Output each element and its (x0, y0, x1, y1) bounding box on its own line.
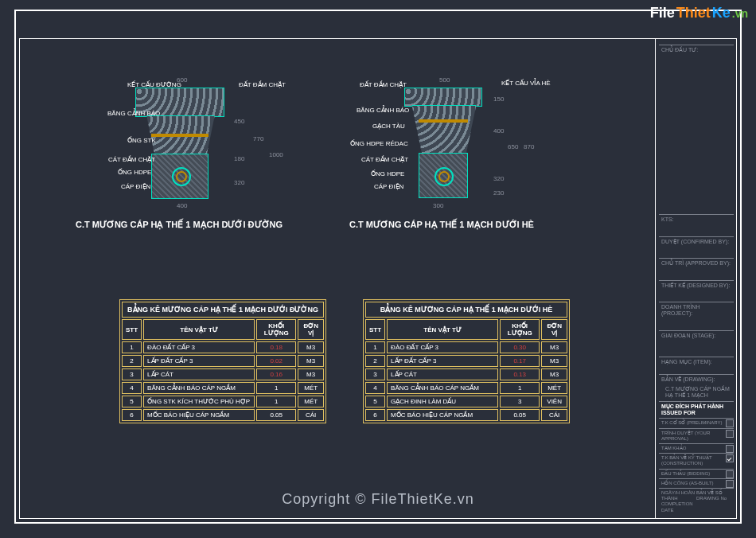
checklist-item: TRÌNH DUYỆT (YOUR APPROVAL) (659, 428, 734, 443)
cable2 (438, 171, 450, 182)
table-row: 2LẤP ĐẤT CẤP 30.17M3 (365, 355, 567, 367)
bom-table-road: BẢNG KÊ MƯƠNG CÁP HẠ THẾ 1 MẠCH DƯỚI ĐƯỜ… (119, 299, 326, 423)
watermark-footer: Copyright © FileThietKe.vn (0, 491, 756, 508)
label2-capdien: CÁP ĐIỆN (374, 183, 403, 190)
table1-title: BẢNG KÊ MƯƠNG CÁP HẠ THẾ 1 MẠCH DƯỚI ĐƯỜ… (122, 302, 324, 318)
th-ten: TÊN VẬT TƯ (143, 319, 255, 340)
th2-kl: KHỐI LƯỢNG (500, 319, 540, 340)
label2-catdam: CÁT ĐẦM CHẶT (361, 156, 408, 163)
th-kl: KHỐI LƯỢNG (256, 319, 296, 340)
label-onghdpe: ỐNG HDPE (118, 169, 151, 176)
table-row: 5ỐNG STK KÍCH THƯỚC PHÙ HỢP1MÉT (122, 396, 324, 407)
checklist-item: HỒN CÔNG (AS-BUILT) (659, 478, 734, 488)
logo-thiet: Thiet (676, 5, 711, 21)
label2-datdam: ĐẤT ĐẦM CHẶT (360, 81, 407, 88)
warning-tape2 (419, 119, 468, 123)
table2-body: 1ĐÀO ĐẤT CẤP 30.30M32LẤP ĐẤT CẤP 30.17M3… (365, 341, 567, 421)
table-row: 4BĂNG CẢNH BÁO CÁP NGẦM1MÉT (122, 382, 324, 394)
checkbox-icon (726, 419, 734, 427)
cable (176, 171, 187, 182)
checkbox-icon (726, 470, 734, 478)
titleblock-divider (655, 38, 656, 519)
dim-h2: 180 (234, 155, 244, 162)
label-bangcanhbao: BĂNG CẢNH BÁO (107, 110, 160, 117)
checklist-item: T.K BẢN VẼ KỸ THUẬT (CONSTRUCTION) (659, 453, 734, 468)
tb-thietke: THIẾT KẾ (DESIGNED BY): (659, 280, 734, 290)
th2-ten: TÊN VẬT TƯ (387, 319, 498, 340)
table-row: 4BĂNG CẢNH BÁO CÁP NGẦM1MÉT (365, 382, 567, 394)
drawing-title-sidewalk: C.T MƯƠNG CÁP HẠ THẾ 1 MẠCH DƯỚI HÈ (314, 220, 569, 230)
label2-onghdpe: ỐNG HDPE (371, 170, 404, 177)
dim2-bottom: 300 (433, 202, 443, 209)
table2-title: BẢNG KÊ MƯƠNG CÁP HẠ THẾ 1 MẠCH DƯỚI HÈ (365, 302, 567, 318)
label2-ketcau: KẾT CẤU VỈA HÈ (501, 80, 551, 87)
th2-dv: ĐƠN VỊ (541, 319, 567, 340)
th2-stt: STT (365, 319, 385, 340)
logo-vn: .vn (732, 7, 748, 20)
label-ketcau: KẾT CẤU ĐƯỜNG (127, 81, 181, 88)
checklist-item: TẠM KHẢO (659, 443, 734, 453)
checkbox-icon (726, 445, 734, 453)
dim-bottom: 400 (177, 202, 187, 209)
th-dv: ĐƠN VỊ (298, 319, 324, 340)
watermark-logo: FileThietKe.vn (650, 5, 748, 21)
cad-canvas[interactable]: FileThietKe.vn KẾT CẤU ĐƯỜNG ĐẤT ĐẦM CHẶ… (0, 0, 756, 538)
dim2-top: 500 (439, 76, 450, 84)
dim2-h4: 320 (493, 175, 504, 182)
tb-chudau: CHỦ ĐẦU TƯ: (659, 45, 734, 55)
dim2-h3: 650 (508, 143, 518, 150)
dim2-h2: 400 (493, 127, 504, 134)
section-drawing-sidewalk: ĐẤT ĐẦM CHẶT KẾT CẤU VỈA HÈ BĂNG CẢNH BÁ… (366, 72, 569, 230)
label2-gachtau: GẠCH TÀU (372, 123, 405, 130)
tb-banve-name: C.T MƯƠNG CÁP NGẦM HẠ THẾ 1 MẠCH (659, 384, 734, 401)
label2-hdpereg: ỐNG HDPE RÉDAC (350, 140, 408, 147)
title-block: CHỦ ĐẦU TƯ: KTS: DUYỆT (CONFIRMED BY): C… (659, 41, 734, 516)
tb-doanh: DOANH TRÌNH (PROJECT): (659, 302, 734, 319)
dim-h1: 450 (234, 118, 244, 125)
table-row: 6MỐC BÁO HIỆU CÁP NGẦM0.05CÁI (122, 409, 324, 421)
label2-bangcanhbao: BĂNG CẢNH BÁO (357, 107, 409, 114)
tb-kts: KTS: (659, 214, 734, 224)
table-row: 3LẤP CÁT0.13M3 (365, 368, 567, 380)
checkbox-icon (726, 430, 734, 438)
bom-table-sidewalk: BẢNG KÊ MƯƠNG CÁP HẠ THẾ 1 MẠCH DƯỚI HÈ … (363, 299, 570, 423)
dim-total: 770 (253, 135, 263, 142)
checkbox-icon (726, 480, 734, 488)
tb-mucdich: MỤC ĐÍCH PHÁT HÀNH ISSUED FOR (659, 401, 734, 419)
checklist-item: T.K CƠ SỞ (PRELIMINARY) (659, 418, 734, 427)
tb-checklist: T.K CƠ SỞ (PRELIMINARY)TRÌNH DUYỆT (YOUR… (659, 418, 734, 488)
dim2-h5: 230 (493, 189, 504, 197)
section-drawing-road: KẾT CẤU ĐƯỜNG ĐẤT ĐẦM CHẶT BĂNG CẢNH BÁO… (103, 72, 306, 230)
logo-ke: Ke (712, 5, 731, 21)
th-stt: STT (122, 319, 142, 340)
trench-road (103, 72, 231, 215)
dim-h4: 1000 (269, 151, 283, 158)
table-row: 3LẤP CÁT0.16M3 (122, 368, 324, 380)
table-row: 1ĐÀO ĐẤT CẤP 30.18M3 (122, 341, 324, 353)
label-ongstk: ỐNG STK (127, 137, 156, 144)
tb-hangmuc: HẠNG MỤC (ITEM): (659, 357, 734, 367)
layer-fill2 (407, 105, 481, 154)
table-row: 5GẠCH ĐINH LÀM DẤU3VIÊN (365, 396, 567, 407)
logo-file: File (650, 5, 675, 21)
checkbox-icon (726, 454, 734, 462)
dim2-h1: 150 (493, 96, 504, 103)
label-datdam-r: ĐẤT ĐẦM CHẶT (239, 81, 286, 88)
dim-h3: 320 (234, 179, 244, 186)
table-row: 1ĐÀO ĐẤT CẤP 30.30M3 (365, 341, 567, 353)
tb-giadoan: GIAI ĐOẠN (STAGE): (659, 330, 734, 341)
label-capdien: CÁP ĐIỆN (121, 183, 150, 190)
table1-body: 1ĐÀO ĐẤT CẤP 30.18M32LẤP ĐẤT CẤP 30.02M3… (122, 341, 324, 421)
label-catdam: CÁT ĐẦM CHẶT (108, 156, 155, 163)
dim-top: 600 (177, 76, 187, 84)
tb-duyet: DUYỆT (CONFIRMED BY): (659, 236, 734, 247)
checklist-item: ĐẤU THẦU (BIDDING) (659, 469, 734, 478)
drawing-title-road: C.T MƯƠNG CÁP HẠ THẾ 1 MẠCH DƯỚI ĐƯỜNG (52, 220, 306, 230)
dim2-total: 870 (524, 143, 534, 150)
layer-sidewalk-top (404, 88, 482, 107)
tb-banve: BẢN VẼ (DRAWING): (659, 374, 734, 384)
warning-tape (151, 134, 208, 137)
tb-chutri: CHỦ TRÌ (APPROVED BY): (659, 258, 734, 268)
table-row: 6MỐC BÁO HIỆU CÁP NGẦM0.05CÁI (365, 409, 567, 421)
table-row: 2LẤP ĐẤT CẤP 30.02M3 (122, 355, 324, 367)
